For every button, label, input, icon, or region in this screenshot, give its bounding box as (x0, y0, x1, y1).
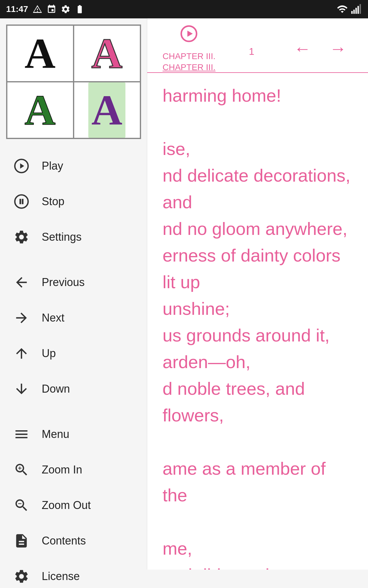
menu-item-menu[interactable]: Menu (0, 417, 147, 452)
alert-icon (33, 4, 42, 14)
arrow-up-icon (12, 344, 31, 363)
menu-item-stop[interactable]: Stop (0, 184, 147, 219)
arrow-left-icon (12, 273, 31, 292)
menu-item-zoom-out[interactable]: Zoom Out (0, 488, 147, 523)
menu-item-up[interactable]: Up (0, 336, 147, 371)
battery-icon (75, 4, 85, 14)
left-panel: A A A A Play Sto (0, 18, 147, 570)
status-left: 11:47 (6, 4, 85, 14)
svg-marker-6 (20, 163, 24, 168)
arrow-right-icon (12, 309, 31, 327)
gear-settings-icon (12, 228, 31, 246)
font-letter-pink: A (91, 29, 122, 78)
zoom-out-icon (12, 496, 31, 514)
status-time: 11:47 (6, 4, 28, 14)
license-icon (12, 567, 31, 586)
reader-play-icon[interactable] (180, 24, 198, 43)
right-panel: CHAPTER III. CHAPTER III. 1 ← → harming … (147, 18, 368, 570)
pause-circle-icon (12, 192, 31, 211)
reader-header: CHAPTER III. CHAPTER III. 1 ← → (147, 18, 368, 73)
menu-label-play: Play (42, 160, 63, 172)
menu-item-next[interactable]: Next (0, 300, 147, 336)
contents-icon (12, 532, 31, 550)
svg-rect-3 (358, 6, 359, 14)
menu-label-zoom-in: Zoom In (42, 463, 82, 476)
menu-item-settings[interactable]: Settings (0, 219, 147, 255)
primary-menu-section: Play Stop Settings (0, 145, 147, 258)
chapter-sub: CHAPTER III. (163, 62, 216, 72)
svg-rect-2 (355, 8, 357, 14)
svg-rect-8 (20, 199, 21, 204)
reader-nav-buttons: ← → (288, 36, 353, 62)
menu-label-settings: Settings (42, 231, 82, 243)
font-grid: A A A A (6, 24, 141, 139)
reader-forward-button[interactable]: → (323, 36, 353, 62)
reader-content: harming home! ise, nd delicate decoratio… (147, 73, 368, 570)
reader-chapter-area: CHAPTER III. CHAPTER III. (163, 24, 216, 72)
svg-rect-9 (22, 199, 23, 204)
font-letter-purple: A (88, 82, 125, 138)
menu-item-previous[interactable]: Previous (0, 265, 147, 300)
menu-label-license: License (42, 570, 80, 583)
menu-label-down: Down (42, 383, 70, 395)
menu-item-down[interactable]: Down (0, 371, 147, 407)
svg-rect-0 (351, 11, 353, 14)
font-cell-purple[interactable]: A (74, 82, 140, 138)
wifi-icon (337, 4, 348, 15)
play-circle-icon (12, 157, 31, 175)
svg-point-7 (15, 195, 28, 208)
status-right (337, 4, 362, 15)
menu-item-play[interactable]: Play (0, 148, 147, 184)
font-letter-black: A (25, 29, 56, 78)
menu-label-stop: Stop (42, 195, 64, 208)
zoom-in-icon (12, 461, 31, 479)
menu-item-license[interactable]: License (0, 559, 147, 588)
menu-label-previous: Previous (42, 276, 85, 289)
signal-icon (351, 4, 362, 15)
svg-rect-1 (353, 10, 355, 14)
menu-label-contents: Contents (42, 534, 86, 547)
status-bar: 11:47 (0, 0, 368, 18)
svg-marker-11 (187, 31, 193, 37)
extra-menu-section: Menu Zoom In Zoom Out Contents (0, 413, 147, 588)
font-cell-green[interactable]: A (7, 82, 74, 138)
anchor-icon (47, 4, 56, 14)
reader-text: harming home! ise, nd delicate decoratio… (163, 82, 353, 570)
font-cell-pink[interactable]: A (74, 25, 140, 82)
chapter-label: CHAPTER III. (163, 51, 216, 61)
nav-menu-section: Previous Next Up Down (0, 262, 147, 410)
settings-icon (61, 4, 71, 14)
menu-label-menu: Menu (42, 428, 69, 441)
font-letter-green: A (25, 85, 56, 135)
menu-label-zoom-out: Zoom Out (42, 499, 91, 512)
menu-label-up: Up (42, 347, 56, 360)
menu-label-next: Next (42, 311, 64, 324)
reader-page-number: 1 (249, 46, 254, 57)
svg-rect-4 (360, 4, 361, 14)
menu-lines-icon (12, 425, 31, 443)
font-cell-black[interactable]: A (7, 25, 74, 82)
arrow-down-icon (12, 380, 31, 398)
menu-item-contents[interactable]: Contents (0, 523, 147, 559)
menu-item-zoom-in[interactable]: Zoom In (0, 452, 147, 488)
reader-back-button[interactable]: ← (288, 36, 317, 62)
